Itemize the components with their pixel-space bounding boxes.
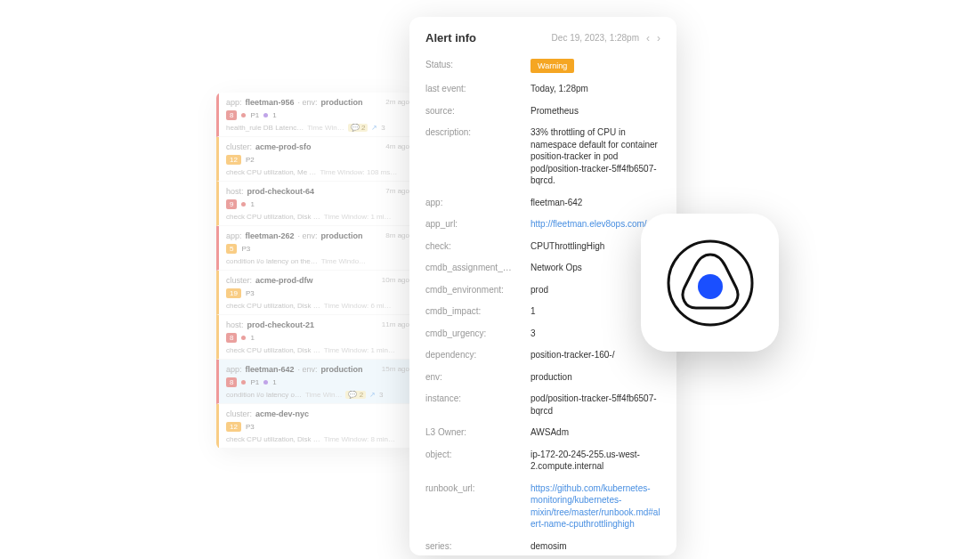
alert-header: app:fleetman-262· env:production (226, 231, 409, 240)
detail-key: series: (425, 540, 530, 553)
comment-chip: 💬 2 (348, 124, 369, 132)
detail-row: app:fleetman-642 (425, 197, 660, 209)
alert-list-item[interactable]: cluster:acme-dev-nyc 12P3 check CPU util… (216, 404, 417, 449)
detail-value: fleetman-642 (530, 197, 660, 209)
alert-header: app:fleetman-956· env:production (226, 98, 409, 107)
detail-key: source: (425, 105, 530, 117)
detail-header: Alert info Dec 19, 2023, 1:28pm ‹ › (425, 31, 660, 45)
detail-row: cmdb_urgency:3 (425, 328, 660, 340)
detail-row: description:33% throttling of CPU in nam… (425, 126, 660, 187)
priority-label: P3 (246, 289, 255, 297)
detail-row: dependency:position-tracker-160-/ (425, 349, 660, 361)
priority-label: P3 (246, 423, 255, 431)
alert-summary: check CPU utilization, Disk …Time Window… (226, 213, 409, 221)
detail-value: AWSAdm (530, 426, 660, 439)
count-badge: 9 (226, 199, 237, 209)
count-badge: 5 (226, 244, 237, 254)
detail-key: runbook_url: (425, 482, 530, 531)
detail-row: Status:Warning (425, 59, 660, 73)
alert-list-item[interactable]: app:fleetman-642· env:production 8P11 co… (216, 360, 417, 404)
alert-summary: check CPU utilization, Me …Time Window: … (226, 168, 409, 176)
alert-detail-panel: Alert info Dec 19, 2023, 1:28pm ‹ › Stat… (409, 17, 676, 555)
alert-time: 7m ago (385, 187, 409, 195)
detail-value: ip-172-20-245-255.us-west-2.compute.inte… (530, 449, 660, 473)
detail-row: cmdb_impact:1 (425, 305, 660, 318)
detail-date: Dec 19, 2023, 1:28pm (552, 33, 639, 43)
detail-nav: Dec 19, 2023, 1:28pm ‹ › (552, 32, 660, 45)
count-badge: 12 (226, 422, 241, 432)
detail-link[interactable]: http://fleetman.elev8ops.com/ (530, 218, 660, 231)
detail-value: position-tracker-160-/ (530, 349, 660, 361)
comment-chip: 💬 2 (345, 391, 366, 399)
priority-label: P3 (241, 245, 250, 253)
alert-header: cluster:acme-dev-nyc (226, 409, 409, 418)
priority-dot-icon (241, 336, 246, 340)
detail-fields: Status:Warninglast event:Today, 1:28pmso… (425, 59, 660, 559)
count-badge: 8 (226, 377, 237, 387)
alert-badges: 8P11 (226, 377, 409, 387)
alert-time: 4m ago (385, 142, 409, 150)
detail-key: description: (425, 126, 530, 187)
detail-value: Warning (530, 59, 660, 73)
detail-row: instance:pod/position-tracker-5ff4fb6507… (425, 393, 660, 417)
alert-list-item[interactable]: host:prod-checkout-21 81 check CPU utili… (216, 315, 417, 360)
alert-time: 11m ago (382, 320, 409, 328)
priority-label: P1 (250, 378, 259, 386)
detail-key: dependency: (425, 349, 530, 361)
status-badge: Warning (530, 59, 574, 73)
alert-list-item[interactable]: cluster:acme-prod-dfw 19P3 check CPU uti… (216, 271, 417, 315)
alert-time: 15m ago (382, 365, 409, 373)
alert-time: 8m ago (385, 231, 409, 239)
alert-badges: 12P3 (226, 422, 409, 432)
detail-key: app_url: (425, 218, 530, 231)
detail-title: Alert info (425, 31, 476, 45)
detail-row: last event:Today, 1:28pm (425, 83, 660, 95)
detail-key: instance: (425, 393, 530, 417)
alert-time: 2m ago (385, 98, 409, 106)
detail-link[interactable]: https://github.com/kubernetes-monitoring… (530, 482, 660, 531)
detail-key: Status: (425, 59, 530, 73)
priority-label: P2 (246, 156, 255, 164)
count-badge: 8 (226, 333, 237, 343)
detail-key: L3 Owner: (425, 426, 530, 439)
detail-row: check:CPUThrottlingHigh (425, 240, 660, 253)
alert-summary: health_rule DB Latenc…Time Win…💬 2↗3 (226, 124, 409, 132)
detail-value: production (530, 371, 660, 384)
detail-row: app_url:http://fleetman.elev8ops.com/ (425, 218, 660, 231)
share-icon[interactable]: ↗ (371, 124, 377, 132)
alert-list-item[interactable]: app:fleetman-262· env:production 5P3 con… (216, 226, 417, 271)
alert-summary: condition i/o latency on the…Time Windo… (226, 257, 409, 265)
alert-header: cluster:acme-prod-sfo (226, 142, 409, 151)
detail-row: source:Prometheus (425, 105, 660, 117)
alert-summary: check CPU utilization, Disk …Time Window… (226, 302, 409, 310)
prev-icon[interactable]: ‹ (646, 32, 650, 45)
alert-time: 10m ago (382, 276, 409, 284)
alert-list-item[interactable]: host:prod-checkout-64 91 check CPU utili… (216, 182, 417, 226)
detail-key: cmdb_impact: (425, 305, 530, 318)
alert-badges: 81 (226, 333, 409, 343)
priority-dot-icon (241, 202, 246, 207)
next-icon[interactable]: › (657, 32, 660, 45)
brand-logo-icon (666, 239, 755, 328)
secondary-count: 1 (250, 200, 254, 208)
detail-key: cmdb_assignment_… (425, 262, 530, 274)
alert-list-item[interactable]: cluster:acme-prod-sfo 12P2 check CPU uti… (216, 137, 417, 182)
detail-value: demosim (530, 540, 660, 553)
status-dot-icon (263, 113, 268, 117)
share-icon[interactable]: ↗ (369, 391, 376, 399)
detail-row: runbook_url:https://github.com/kubernete… (425, 482, 660, 531)
detail-key: cmdb_urgency: (425, 328, 530, 340)
detail-value: Prometheus (530, 105, 660, 117)
count-badge: 12 (226, 155, 241, 165)
detail-key: check: (425, 240, 530, 253)
alert-list-item[interactable]: app:fleetman-956· env:production 8P11 he… (216, 93, 417, 137)
detail-key: env: (425, 371, 530, 384)
alert-header: host:prod-checkout-64 (226, 187, 409, 196)
secondary-count: 1 (250, 334, 254, 342)
priority-dot-icon (241, 380, 246, 385)
detail-value: pod/position-tracker-5ff4fb6507-bqrcd (530, 393, 660, 417)
detail-key: cmdb_environment: (425, 284, 530, 296)
alert-summary: check CPU utilization, Disk …Time Window… (226, 435, 409, 443)
svg-point-1 (698, 274, 723, 299)
count-badge: 19 (226, 288, 241, 298)
